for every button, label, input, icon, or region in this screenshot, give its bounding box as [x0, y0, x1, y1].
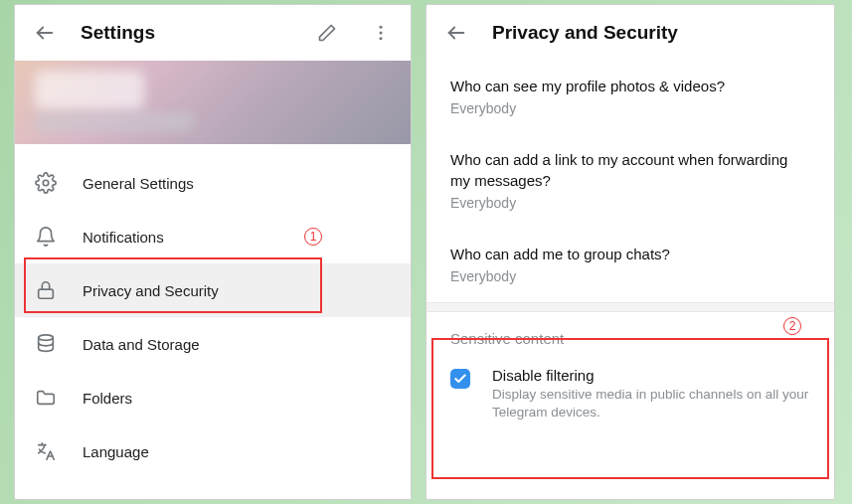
sidebar-item-label: Privacy and Security: [83, 282, 219, 299]
bell-icon: [35, 226, 57, 248]
svg-point-3: [380, 37, 383, 40]
privacy-value: Everybody: [450, 268, 810, 284]
privacy-row-photos[interactable]: Who can see my profile photos & videos? …: [426, 61, 834, 134]
privacy-panel: Privacy and Security Who can see my prof…: [426, 4, 835, 500]
checkbox-label: Disable filtering: [492, 367, 810, 384]
privacy-row-groups[interactable]: Who can add me to group chats? Everybody: [426, 229, 834, 302]
privacy-question: Who can see my profile photos & videos?: [450, 77, 810, 96]
gear-icon: [35, 172, 57, 194]
privacy-question: Who can add a link to my account when fo…: [450, 150, 810, 191]
disable-filtering-row[interactable]: Disable filtering Display sensitive medi…: [426, 353, 834, 441]
svg-rect-5: [39, 289, 54, 298]
sidebar-item-label: Data and Storage: [83, 336, 200, 353]
edit-icon[interactable]: [309, 15, 345, 51]
sidebar-item-language[interactable]: Language: [15, 424, 411, 478]
checkbox-checked-icon[interactable]: [450, 369, 470, 389]
sidebar-item-general[interactable]: General Settings: [15, 156, 411, 210]
settings-header: Settings: [15, 5, 411, 61]
sidebar-item-privacy[interactable]: Privacy and Security: [15, 263, 411, 317]
sidebar-item-folders[interactable]: Folders: [15, 371, 411, 424]
sensitive-heading: Sensitive content: [426, 312, 834, 353]
folder-icon: [35, 387, 57, 409]
svg-point-1: [380, 26, 383, 29]
settings-panel: Settings General Settings Notifications …: [14, 4, 412, 500]
settings-title: Settings: [81, 22, 291, 44]
sidebar-item-data[interactable]: Data and Storage: [15, 317, 411, 371]
svg-point-2: [380, 32, 383, 35]
privacy-title: Privacy and Security: [492, 22, 822, 44]
privacy-value: Everybody: [450, 100, 810, 116]
svg-point-4: [43, 180, 49, 186]
sidebar-item-label: Notifications: [83, 229, 164, 246]
sidebar-item-label: Language: [83, 443, 149, 460]
sidebar-item-label: Folders: [83, 390, 132, 407]
sidebar-item-notifications[interactable]: Notifications: [15, 210, 411, 263]
privacy-value: Everybody: [450, 195, 810, 211]
section-divider: [426, 302, 834, 312]
privacy-header: Privacy and Security: [426, 5, 834, 61]
svg-point-6: [39, 335, 54, 341]
language-icon: [35, 440, 57, 462]
privacy-row-forward-link[interactable]: Who can add a link to my account when fo…: [426, 134, 834, 229]
sidebar-item-label: General Settings: [83, 175, 194, 192]
more-icon[interactable]: [363, 15, 399, 51]
database-icon: [35, 333, 57, 355]
back-icon[interactable]: [27, 15, 63, 51]
settings-menu: General Settings Notifications Privacy a…: [15, 144, 411, 490]
privacy-question: Who can add me to group chats?: [450, 245, 810, 264]
annotation-number-1: 1: [304, 228, 322, 246]
lock-icon: [35, 279, 57, 301]
annotation-number-2: 2: [783, 317, 801, 335]
checkbox-description: Display sensitive media in public channe…: [492, 386, 810, 421]
back-icon[interactable]: [438, 15, 474, 51]
profile-banner[interactable]: [15, 61, 411, 144]
